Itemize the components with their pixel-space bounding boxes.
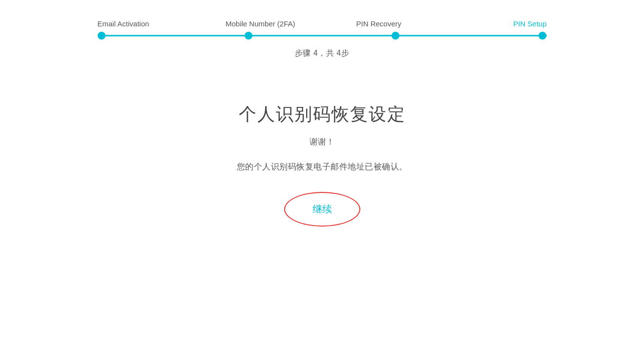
thank-you-text: 谢谢！: [310, 136, 334, 147]
dots-row: [98, 32, 547, 40]
step-dot-4: [539, 32, 546, 40]
progress-bar: [98, 32, 547, 40]
step-labels-row: Email Activation Mobile Number (2FA) PIN…: [98, 20, 547, 28]
step-label-pin-setup: PIN Setup: [428, 20, 547, 28]
step-label-email: Email Activation: [98, 20, 216, 28]
step-dot-2: [245, 32, 252, 40]
step-dot-1: [98, 32, 105, 40]
step-dot-3: [392, 32, 399, 40]
confirm-message: 您的个人识别码恢复电子邮件地址已被确认。: [237, 161, 408, 172]
step-label-mobile: Mobile Number (2FA): [201, 20, 320, 28]
page-title: 个人识别码恢复设定: [239, 103, 406, 126]
stepper-container: Email Activation Mobile Number (2FA) PIN…: [0, 0, 644, 59]
continue-button[interactable]: 继续: [293, 197, 352, 222]
main-content: 个人识别码恢复设定 谢谢！ 您的个人识别码恢复电子邮件地址已被确认。 继续: [237, 103, 408, 222]
continue-button-wrapper: 继续: [293, 197, 352, 222]
step-counter: 步骤 4，共 4步: [295, 48, 349, 59]
step-label-pin-recovery: PIN Recovery: [320, 20, 438, 28]
